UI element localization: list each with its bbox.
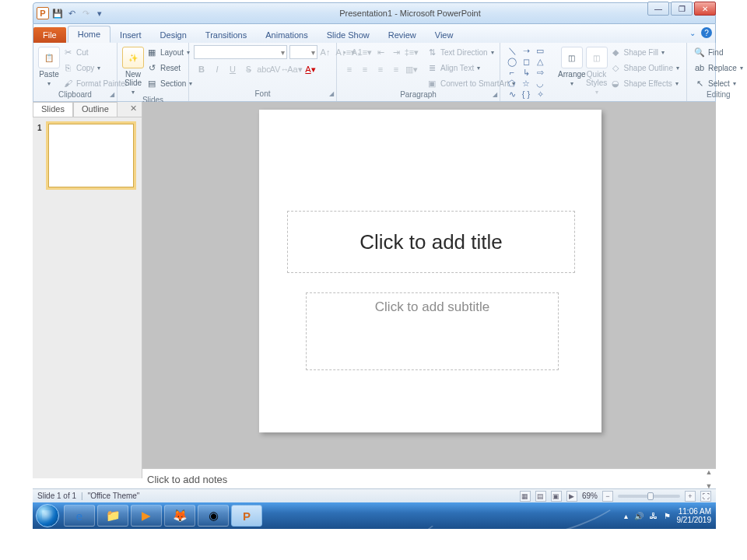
view-sorter-icon[interactable]: ▤: [535, 491, 546, 502]
zoom-out-button[interactable]: −: [602, 491, 613, 502]
redo-icon[interactable]: ↷: [80, 8, 91, 19]
shape-callout-icon[interactable]: ⬠: [506, 79, 518, 88]
columns-button[interactable]: ▥▾: [404, 62, 419, 76]
reset-button[interactable]: ↺Reset: [144, 61, 195, 75]
shape-curve-icon[interactable]: ∿: [506, 89, 518, 99]
slide-canvas[interactable]: Click to add title Click to add subtitle: [259, 110, 601, 432]
justify-button[interactable]: ≡: [388, 62, 404, 76]
font-dialog-launcher[interactable]: ◢: [329, 90, 334, 97]
align-right-button[interactable]: ≡: [373, 62, 388, 76]
shape-brace-icon[interactable]: { }: [520, 89, 532, 99]
italic-button[interactable]: I: [209, 62, 225, 76]
tray-clock[interactable]: 11:06 AM 9/21/2019: [677, 507, 712, 524]
taskbar-firefox[interactable]: 🦊: [164, 505, 195, 527]
zoom-in-button[interactable]: +: [685, 491, 696, 502]
shape-line-icon[interactable]: ＼: [506, 46, 518, 55]
qat-customize-icon[interactable]: ▾: [94, 8, 105, 19]
maximize-button[interactable]: ❐: [671, 2, 693, 16]
shape-elbow-icon[interactable]: ↳: [520, 68, 532, 77]
subtitle-placeholder[interactable]: Click to add subtitle: [306, 292, 559, 370]
bullets-button[interactable]: •≡▾: [342, 45, 357, 59]
shape-star-icon[interactable]: ☆: [520, 79, 532, 88]
new-slide-button[interactable]: ✨ New Slide ▾: [122, 45, 144, 96]
tab-insert[interactable]: Insert: [110, 27, 151, 43]
clipboard-dialog-launcher[interactable]: ◢: [110, 91, 114, 98]
view-normal-icon[interactable]: ▦: [520, 491, 531, 502]
taskbar-media[interactable]: ▶: [131, 505, 162, 527]
taskbar-powerpoint[interactable]: P: [231, 505, 262, 527]
paste-button[interactable]: 📋 Paste▾: [38, 45, 60, 88]
tray-arrow-icon[interactable]: ▴: [624, 512, 628, 520]
tray-flag-icon[interactable]: ⚑: [664, 512, 671, 520]
shape-roundrect-icon[interactable]: ◻: [520, 57, 532, 66]
close-button[interactable]: ✕: [694, 2, 716, 16]
undo-icon[interactable]: ↶: [66, 8, 77, 19]
view-slideshow-icon[interactable]: ▶: [566, 491, 577, 502]
section-button[interactable]: ▤Section ▾: [144, 76, 195, 90]
align-center-button[interactable]: ≡: [357, 62, 373, 76]
shape-rect-icon[interactable]: ▭: [534, 46, 546, 55]
increase-font-icon[interactable]: A↑: [317, 45, 333, 59]
shapes-gallery[interactable]: ＼ ➝ ▭ ◯ ◻ △ ⌐ ↳ ⇨ ⬠ ☆ ◡ ∿ { } ✧ ▾: [505, 45, 558, 110]
save-icon[interactable]: 💾: [52, 8, 63, 19]
pane-tab-outline[interactable]: Outline: [73, 102, 117, 117]
tab-home[interactable]: Home: [68, 26, 110, 43]
taskbar-explorer[interactable]: 📁: [97, 505, 128, 527]
tray-network-icon[interactable]: 🖧: [650, 512, 658, 520]
notes-pane[interactable]: Click to add notes: [142, 468, 716, 490]
help-icon[interactable]: ?: [701, 27, 712, 38]
tray-volume-icon[interactable]: 🔊: [634, 512, 644, 520]
slide-thumbnail-1[interactable]: [48, 124, 134, 187]
decrease-indent-button[interactable]: ⇤: [373, 45, 388, 59]
arrange-button[interactable]: ◫ Arrange▾: [558, 45, 586, 88]
numbering-button[interactable]: 1≡▾: [357, 45, 373, 59]
font-color-button[interactable]: A▾: [303, 62, 318, 76]
zoom-slider[interactable]: [618, 495, 680, 498]
shape-arrow-icon[interactable]: ➝: [520, 46, 532, 55]
shape-triangle-icon[interactable]: △: [534, 57, 546, 66]
taskbar-ie[interactable]: e: [64, 505, 95, 527]
shape-blockarrow-icon[interactable]: ⇨: [534, 68, 546, 77]
minimize-button[interactable]: —: [647, 2, 669, 16]
shape-star4-icon[interactable]: ✧: [534, 89, 546, 99]
start-button[interactable]: [36, 504, 59, 527]
shape-connector-icon[interactable]: ⌐: [506, 68, 518, 77]
shape-fill-button[interactable]: ◆Shape Fill ▾: [608, 45, 682, 59]
underline-button[interactable]: U: [225, 62, 240, 76]
layout-button[interactable]: ▦Layout ▾: [144, 45, 195, 59]
find-button[interactable]: 🔍Find: [692, 45, 745, 59]
increase-indent-button[interactable]: ⇥: [388, 45, 404, 59]
quick-styles-button[interactable]: ◫ Quick Styles ▾: [586, 45, 608, 96]
taskbar-chrome[interactable]: ◉: [198, 505, 229, 527]
tab-review[interactable]: Review: [379, 27, 426, 43]
notes-scrollbar[interactable]: ▲▼: [703, 468, 714, 490]
font-size-combo[interactable]: ▾: [289, 45, 317, 59]
shape-oval-icon[interactable]: ◯: [506, 57, 518, 66]
shape-arc-icon[interactable]: ◡: [534, 79, 546, 88]
tab-view[interactable]: View: [426, 27, 463, 43]
shape-effects-button[interactable]: ◒Shape Effects ▾: [608, 76, 682, 90]
replace-button[interactable]: abReplace ▾: [692, 61, 745, 75]
app-icon[interactable]: P: [37, 7, 49, 19]
line-spacing-button[interactable]: ‡≡▾: [404, 45, 419, 59]
title-placeholder[interactable]: Click to add title: [287, 211, 575, 273]
tab-transitions[interactable]: Transitions: [196, 27, 256, 43]
change-case-button[interactable]: Aa▾: [287, 62, 303, 76]
view-reading-icon[interactable]: ▣: [551, 491, 562, 502]
pane-tab-slides[interactable]: Slides: [33, 102, 73, 117]
tab-animations[interactable]: Animations: [256, 27, 317, 43]
tab-file[interactable]: File: [33, 27, 66, 43]
select-button[interactable]: ↖Select ▾: [692, 76, 745, 90]
align-left-button[interactable]: ≡: [342, 62, 357, 76]
fit-window-icon[interactable]: ⛶: [700, 491, 711, 502]
bold-button[interactable]: B: [194, 62, 209, 76]
char-spacing-button[interactable]: AV↔: [272, 62, 287, 76]
tab-design[interactable]: Design: [151, 27, 196, 43]
strike-button[interactable]: S̶: [240, 62, 256, 76]
minimize-ribbon-icon[interactable]: ⌄: [687, 27, 698, 38]
tab-slideshow[interactable]: Slide Show: [317, 27, 379, 43]
paragraph-dialog-launcher[interactable]: ◢: [493, 91, 497, 98]
pane-close-icon[interactable]: ✕: [125, 102, 142, 117]
font-name-combo[interactable]: ▾: [194, 45, 287, 59]
shape-outline-button[interactable]: ◇Shape Outline ▾: [608, 61, 682, 75]
